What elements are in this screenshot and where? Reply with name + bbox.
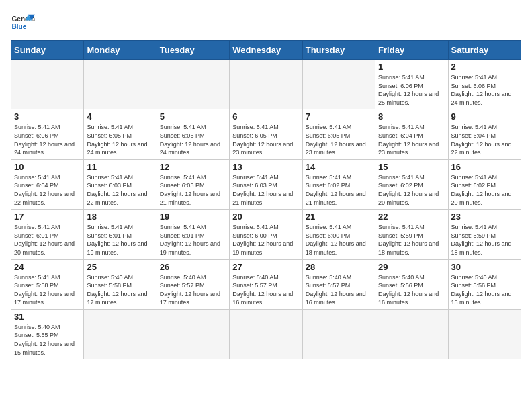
day-cell: 10Sunrise: 5:41 AM Sunset: 6:04 PM Dayli… [11,159,84,209]
day-info: Sunrise: 5:41 AM Sunset: 6:02 PM Dayligh… [451,173,518,207]
weekday-header-tuesday: Tuesday [157,41,229,60]
day-cell [302,60,375,109]
day-info: Sunrise: 5:40 AM Sunset: 5:56 PM Dayligh… [451,273,518,307]
day-cell: 1Sunrise: 5:41 AM Sunset: 6:06 PM Daylig… [375,60,448,109]
day-cell: 12Sunrise: 5:41 AM Sunset: 6:03 PM Dayli… [157,159,229,209]
day-cell: 20Sunrise: 5:41 AM Sunset: 6:00 PM Dayli… [230,210,302,259]
day-cell: 15Sunrise: 5:41 AM Sunset: 6:02 PM Dayli… [375,159,448,209]
day-info: Sunrise: 5:40 AM Sunset: 5:58 PM Dayligh… [87,273,153,307]
day-cell: 24Sunrise: 5:41 AM Sunset: 5:58 PM Dayli… [11,259,84,309]
day-cell: 31Sunrise: 5:40 AM Sunset: 5:55 PM Dayli… [11,309,84,359]
day-number: 23 [451,212,518,222]
weekday-header-wednesday: Wednesday [230,41,302,60]
day-info: Sunrise: 5:41 AM Sunset: 6:05 PM Dayligh… [160,123,226,156]
weekday-header-sunday: Sunday [11,41,84,60]
day-info: Sunrise: 5:40 AM Sunset: 5:57 PM Dayligh… [306,273,372,307]
week-row-2: 3Sunrise: 5:41 AM Sunset: 6:06 PM Daylig… [11,109,521,159]
day-cell [230,60,302,109]
day-number: 25 [87,262,153,272]
day-cell [84,60,157,109]
weekday-header-row: SundayMondayTuesdayWednesdayThursdayFrid… [11,41,521,60]
day-number: 29 [378,262,445,272]
day-cell: 22Sunrise: 5:41 AM Sunset: 5:59 PM Dayli… [375,210,448,259]
day-cell: 4Sunrise: 5:41 AM Sunset: 6:05 PM Daylig… [84,109,157,159]
day-cell: 19Sunrise: 5:41 AM Sunset: 6:01 PM Dayli… [157,210,229,259]
day-info: Sunrise: 5:41 AM Sunset: 6:04 PM Dayligh… [451,123,518,156]
day-info: Sunrise: 5:41 AM Sunset: 6:02 PM Dayligh… [306,173,372,207]
day-cell: 30Sunrise: 5:40 AM Sunset: 5:56 PM Dayli… [448,259,521,309]
day-cell: 21Sunrise: 5:41 AM Sunset: 6:00 PM Dayli… [302,210,375,259]
day-number: 22 [378,212,445,222]
day-number: 20 [232,212,299,222]
week-row-6: 31Sunrise: 5:40 AM Sunset: 5:55 PM Dayli… [11,309,521,359]
day-info: Sunrise: 5:41 AM Sunset: 6:03 PM Dayligh… [160,173,226,207]
day-cell: 27Sunrise: 5:40 AM Sunset: 5:57 PM Dayli… [230,259,302,309]
day-number: 6 [232,111,299,122]
day-cell [157,309,229,359]
day-cell: 3Sunrise: 5:41 AM Sunset: 6:06 PM Daylig… [11,109,84,159]
day-number: 31 [14,312,81,322]
day-number: 27 [232,262,299,272]
day-number: 18 [87,212,153,222]
day-cell: 11Sunrise: 5:41 AM Sunset: 6:03 PM Dayli… [84,159,157,209]
day-cell [84,309,157,359]
weekday-header-saturday: Saturday [448,41,521,60]
day-number: 21 [306,212,372,222]
day-info: Sunrise: 5:41 AM Sunset: 6:02 PM Dayligh… [378,173,445,207]
day-info: Sunrise: 5:40 AM Sunset: 5:57 PM Dayligh… [232,273,299,307]
day-number: 11 [87,162,153,172]
calendar-table: SundayMondayTuesdayWednesdayThursdayFrid… [11,40,521,359]
day-info: Sunrise: 5:40 AM Sunset: 5:57 PM Dayligh… [160,273,226,307]
day-cell: 29Sunrise: 5:40 AM Sunset: 5:56 PM Dayli… [375,259,448,309]
day-cell: 9Sunrise: 5:41 AM Sunset: 6:04 PM Daylig… [448,109,521,159]
day-cell: 6Sunrise: 5:41 AM Sunset: 6:05 PM Daylig… [230,109,302,159]
day-number: 28 [306,262,372,272]
day-cell: 2Sunrise: 5:41 AM Sunset: 6:06 PM Daylig… [448,60,521,109]
day-number: 8 [378,111,445,122]
logo: General Blue [11,11,35,35]
day-cell: 18Sunrise: 5:41 AM Sunset: 6:01 PM Dayli… [84,210,157,259]
day-info: Sunrise: 5:41 AM Sunset: 6:06 PM Dayligh… [378,73,445,107]
day-info: Sunrise: 5:41 AM Sunset: 6:05 PM Dayligh… [306,123,372,156]
day-info: Sunrise: 5:41 AM Sunset: 5:59 PM Dayligh… [378,223,445,257]
day-cell [448,309,521,359]
day-cell: 25Sunrise: 5:40 AM Sunset: 5:58 PM Dayli… [84,259,157,309]
day-cell [230,309,302,359]
day-info: Sunrise: 5:41 AM Sunset: 6:03 PM Dayligh… [232,173,299,207]
day-info: Sunrise: 5:41 AM Sunset: 6:00 PM Dayligh… [306,223,372,257]
day-cell [157,60,229,109]
day-cell: 5Sunrise: 5:41 AM Sunset: 6:05 PM Daylig… [157,109,229,159]
day-number: 24 [14,262,81,272]
day-info: Sunrise: 5:40 AM Sunset: 5:55 PM Dayligh… [14,323,81,357]
day-info: Sunrise: 5:41 AM Sunset: 5:58 PM Dayligh… [14,273,81,307]
day-info: Sunrise: 5:41 AM Sunset: 6:04 PM Dayligh… [14,173,81,207]
day-info: Sunrise: 5:41 AM Sunset: 6:06 PM Dayligh… [451,73,518,107]
day-number: 9 [451,111,518,122]
day-cell: 13Sunrise: 5:41 AM Sunset: 6:03 PM Dayli… [230,159,302,209]
week-row-1: 1Sunrise: 5:41 AM Sunset: 6:06 PM Daylig… [11,60,521,109]
day-cell: 17Sunrise: 5:41 AM Sunset: 6:01 PM Dayli… [11,210,84,259]
day-info: Sunrise: 5:41 AM Sunset: 6:00 PM Dayligh… [232,223,299,257]
page-header: General Blue [11,11,521,35]
day-cell: 7Sunrise: 5:41 AM Sunset: 6:05 PM Daylig… [302,109,375,159]
day-number: 10 [14,162,81,172]
week-row-3: 10Sunrise: 5:41 AM Sunset: 6:04 PM Dayli… [11,159,521,209]
week-row-4: 17Sunrise: 5:41 AM Sunset: 6:01 PM Dayli… [11,210,521,259]
weekday-header-thursday: Thursday [302,41,375,60]
day-number: 2 [451,62,518,72]
weekday-header-monday: Monday [84,41,157,60]
day-number: 4 [87,111,153,122]
weekday-header-friday: Friday [375,41,448,60]
day-cell: 14Sunrise: 5:41 AM Sunset: 6:02 PM Dayli… [302,159,375,209]
svg-text:Blue: Blue [11,23,26,30]
day-number: 5 [160,111,226,122]
day-number: 17 [14,212,81,222]
day-info: Sunrise: 5:41 AM Sunset: 6:06 PM Dayligh… [14,123,81,156]
day-cell [375,309,448,359]
day-info: Sunrise: 5:41 AM Sunset: 6:05 PM Dayligh… [87,123,153,156]
day-info: Sunrise: 5:41 AM Sunset: 6:01 PM Dayligh… [87,223,153,257]
day-cell [302,309,375,359]
day-info: Sunrise: 5:41 AM Sunset: 6:04 PM Dayligh… [378,123,445,156]
day-number: 16 [451,162,518,172]
day-info: Sunrise: 5:41 AM Sunset: 6:01 PM Dayligh… [14,223,81,257]
